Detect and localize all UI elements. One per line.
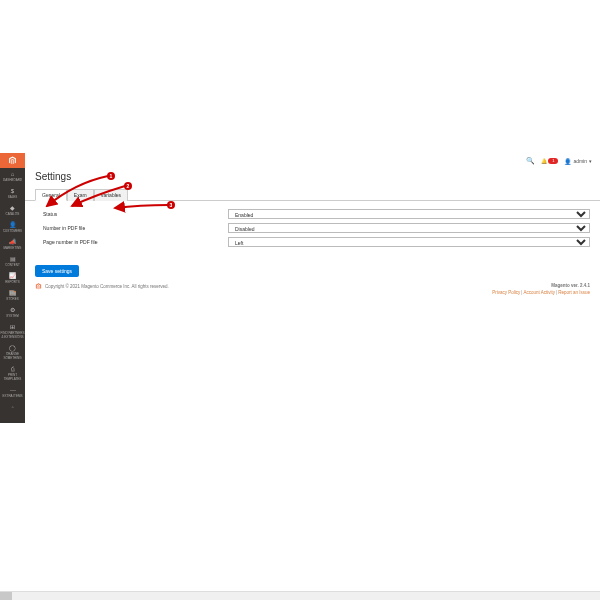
form-row: Page number in PDF file Left: [35, 237, 590, 247]
search-icon[interactable]: 🔍: [526, 157, 535, 165]
status-label: Status: [35, 211, 228, 217]
tab-variables[interactable]: Variables: [94, 189, 128, 201]
number-select[interactable]: Disabled: [228, 223, 590, 233]
sidebar-item-sales[interactable]: $SALES: [0, 185, 25, 202]
privacy-link[interactable]: Privacy Policy: [492, 290, 520, 295]
tab-exam[interactable]: Exam: [67, 189, 94, 201]
sidebar-item-content[interactable]: ▤CONTENT: [0, 253, 25, 270]
sidebar-item-dashboard[interactable]: ⌂DASHBOARD: [0, 168, 25, 185]
catalog-icon: ◆: [10, 205, 15, 211]
dot-icon: ◦: [11, 404, 13, 410]
form-row: Number in PDF file Disabled: [35, 223, 590, 233]
print-icon: ⎙: [11, 366, 15, 372]
customers-icon: 👤: [9, 222, 16, 228]
sidebar-item-customers[interactable]: 👤CUSTOMERS: [0, 219, 25, 236]
dots-icon: ⋯: [10, 387, 16, 393]
top-bar: 🔍 🔔 1 👤 admin ▾: [25, 153, 600, 169]
sidebar-item-extra3[interactable]: ◦: [0, 401, 25, 413]
sidebar-item-print[interactable]: ⎙PRINT TEMPLATES: [0, 363, 25, 384]
sidebar-item-catalog[interactable]: ◆CATALOG: [0, 202, 25, 219]
sidebar-item-marketing[interactable]: 📣MARKETING: [0, 236, 25, 253]
form-row: Status Enabled: [35, 209, 590, 219]
sidebar-item-extra1[interactable]: ◯ORANGE SOMETHING: [0, 342, 25, 363]
status-select[interactable]: Enabled: [228, 209, 590, 219]
content-icon: ▤: [10, 256, 16, 262]
main-content: 🔍 🔔 1 👤 admin ▾ Settings General Exam Va…: [25, 153, 600, 423]
user-menu[interactable]: 👤 admin ▾: [564, 158, 592, 165]
sidebar-item-reports[interactable]: 📈REPORTS: [0, 270, 25, 287]
dashboard-icon: ⌂: [11, 171, 15, 177]
settings-form: Status Enabled Number in PDF file Disabl…: [25, 201, 600, 259]
tab-general[interactable]: General: [35, 189, 67, 201]
annotation-badge-3: 3: [167, 201, 175, 209]
sidebar-item-system[interactable]: ⚙SYSTEM: [0, 304, 25, 321]
avatar-icon: 👤: [564, 158, 571, 165]
account-link[interactable]: Account Activity: [524, 290, 556, 295]
pagenum-select[interactable]: Left: [228, 237, 590, 247]
scrollbar-thumb[interactable]: [0, 592, 12, 600]
magento-logo-icon: [0, 153, 25, 168]
circle-icon: ◯: [9, 345, 16, 351]
version-text: Magento ver. 2.4.1: [551, 283, 590, 288]
partners-icon: ⊞: [10, 324, 15, 330]
sidebar-item-extra2[interactable]: ⋯EXTRA ITEMS: [0, 384, 25, 401]
admin-sidebar: ⌂DASHBOARD $SALES ◆CATALOG 👤CUSTOMERS 📣M…: [0, 153, 25, 423]
report-link[interactable]: Report an Issue: [558, 290, 590, 295]
notif-badge: 1: [548, 158, 558, 164]
save-button[interactable]: Save settings: [35, 265, 79, 277]
copyright-text: Copyright © 2021 Magento Commerce Inc. A…: [45, 284, 169, 289]
annotation-badge-2: 2: [124, 182, 132, 190]
annotation-badge-1: 1: [107, 172, 115, 180]
magento-footer-icon: [35, 283, 42, 290]
sidebar-item-partners[interactable]: ⊞FIND PARTNERS & EXTENSIONS: [0, 321, 25, 342]
user-name: admin: [573, 158, 587, 164]
horizontal-scrollbar[interactable]: [0, 591, 600, 600]
footer: Copyright © 2021 Magento Commerce Inc. A…: [25, 277, 600, 303]
sales-icon: $: [11, 188, 14, 194]
reports-icon: 📈: [9, 273, 16, 279]
number-label: Number in PDF file: [35, 225, 228, 231]
tabs: General Exam Variables: [25, 188, 600, 201]
bell-icon: 🔔: [541, 158, 547, 164]
system-icon: ⚙: [10, 307, 15, 313]
stores-icon: 🏬: [9, 290, 16, 296]
notifications-button[interactable]: 🔔 1: [541, 158, 558, 164]
chevron-down-icon: ▾: [589, 158, 592, 164]
marketing-icon: 📣: [9, 239, 16, 245]
sidebar-item-stores[interactable]: 🏬STORES: [0, 287, 25, 304]
pagenum-label: Page number in PDF file: [35, 239, 228, 245]
